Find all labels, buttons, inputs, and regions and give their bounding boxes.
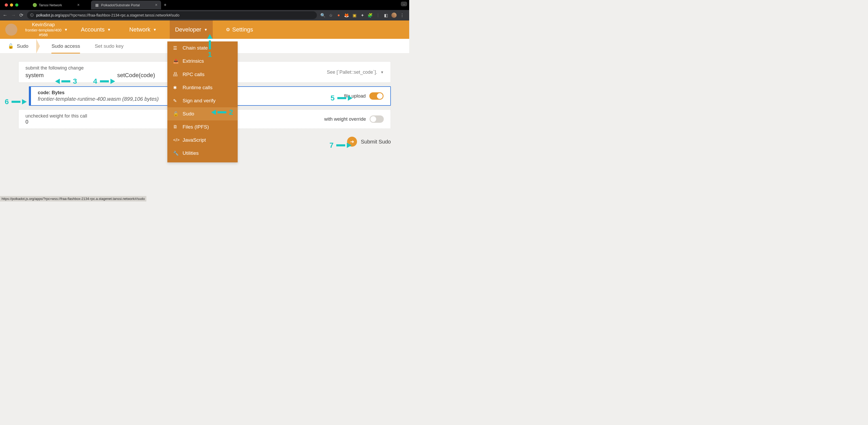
method-docs[interactable]: See [`Pallet::set_code`]. ▼ bbox=[327, 69, 384, 75]
nav-accounts[interactable]: Accounts ▼ bbox=[75, 21, 116, 39]
back-button[interactable]: ← bbox=[3, 12, 7, 18]
dd-sudo[interactable]: 🔓Sudo bbox=[167, 107, 238, 120]
kebab-menu-icon[interactable]: ⋮ bbox=[400, 13, 404, 18]
extension-3-icon[interactable]: ▣ bbox=[352, 13, 357, 18]
bookmark-icon[interactable]: ☆ bbox=[329, 13, 333, 18]
nav-label: Settings bbox=[232, 26, 253, 33]
nav-network[interactable]: Network ▼ bbox=[124, 21, 162, 39]
nav-label: Network bbox=[129, 26, 151, 33]
docs-text: See [`Pallet::set_code`]. bbox=[327, 69, 377, 75]
pallet-select[interactable]: system bbox=[26, 72, 44, 79]
status-url: https://polkadot.js.org/apps/?rpc=wss://… bbox=[2, 197, 145, 201]
url-text: polkadot.js.org/apps/?rpc=wss://fraa-fla… bbox=[36, 13, 179, 17]
new-tab-button[interactable]: + bbox=[161, 2, 169, 8]
window-minimize-button[interactable] bbox=[10, 3, 13, 6]
chain-logo[interactable] bbox=[5, 24, 17, 36]
breadcrumb: 🔓 Sudo bbox=[0, 43, 36, 49]
toggle-knob bbox=[377, 93, 383, 99]
unlock-icon: 🔓 bbox=[173, 111, 178, 117]
tab-title: Tanssi Network bbox=[39, 3, 62, 7]
tab-label: Sudo access bbox=[52, 43, 80, 49]
nav-settings[interactable]: ⚙ Settings bbox=[221, 26, 258, 33]
dd-label: Sudo bbox=[183, 111, 194, 117]
forward-button[interactable]: → bbox=[11, 12, 16, 18]
chevron-down-icon: ▼ bbox=[107, 28, 111, 32]
file-upload-group: file upload bbox=[344, 92, 383, 100]
dd-label: JavaScript bbox=[183, 137, 206, 143]
chain-selector[interactable]: KevinSnap frontier-template/400 #588 ▼ bbox=[25, 22, 68, 37]
breadcrumb-separator bbox=[36, 39, 44, 54]
weight-override-group: with weight override bbox=[324, 115, 384, 123]
browser-tab-tanssi[interactable]: 🟢 Tanssi Network × bbox=[29, 1, 83, 9]
dd-label: Runtime calls bbox=[183, 85, 213, 91]
inbox-icon: 📤 bbox=[173, 59, 178, 64]
dd-label: Extrinsics bbox=[183, 58, 204, 64]
window-close-button[interactable] bbox=[5, 3, 8, 6]
traffic-lights bbox=[2, 3, 21, 6]
extensions-menu-icon[interactable]: 🧩 bbox=[368, 13, 372, 18]
chain-spec: frontier-template/400 bbox=[25, 28, 61, 33]
dd-utilities[interactable]: 🔧Utilities bbox=[167, 147, 238, 160]
network-icon: 品 bbox=[173, 71, 178, 78]
browser-tab-polkadot[interactable]: ▦ Polkadot/Substrate Portal × bbox=[91, 1, 161, 9]
tab-set-sudo-key[interactable]: Set sudo key bbox=[87, 39, 131, 54]
weight-override-toggle[interactable] bbox=[370, 115, 384, 123]
app-header: KevinSnap frontier-template/400 #588 ▼ A… bbox=[0, 21, 409, 39]
gear-icon: ⚙ bbox=[226, 27, 230, 33]
file-upload-label: file upload bbox=[344, 93, 366, 99]
dd-label: RPC calls bbox=[183, 72, 204, 78]
tab-close-icon[interactable]: × bbox=[155, 3, 157, 7]
dd-extrinsics[interactable]: 📤Extrinsics bbox=[167, 55, 238, 68]
dd-files[interactable]: 🗎Files (IPFS) bbox=[167, 120, 238, 133]
wrench-icon: 🔧 bbox=[173, 151, 178, 156]
file-icon: 🗎 bbox=[173, 124, 178, 130]
dd-sign-verify[interactable]: ✎Sign and verify bbox=[167, 94, 238, 107]
file-upload-toggle[interactable] bbox=[369, 92, 383, 100]
reload-button[interactable]: ⟳ bbox=[20, 12, 23, 18]
browser-toolbar: ← → ⟳ ⓘ polkadot.js.org/apps/?rpc=wss://… bbox=[0, 10, 409, 21]
chevron-down-icon: ▼ bbox=[153, 28, 157, 32]
toggle-knob bbox=[370, 116, 376, 122]
extension-metamask-icon[interactable]: 🦊 bbox=[344, 13, 349, 18]
profile-avatar[interactable] bbox=[391, 12, 397, 18]
chain-name: KevinSnap bbox=[25, 22, 61, 28]
tab-label: Set sudo key bbox=[95, 43, 124, 49]
submit-sudo-button[interactable]: ➜ Submit Sudo bbox=[347, 137, 391, 147]
dd-rpc-calls[interactable]: 品RPC calls bbox=[167, 68, 238, 81]
nav-developer[interactable]: Developer ▼ bbox=[170, 21, 213, 39]
zoom-icon[interactable]: 🔍 bbox=[320, 13, 325, 18]
sign-icon: ✎ bbox=[173, 98, 178, 103]
tab-sudo-access[interactable]: Sudo access bbox=[44, 39, 87, 54]
chevron-down-icon: ▼ bbox=[64, 28, 68, 32]
breadcrumb-root: Sudo bbox=[17, 43, 28, 49]
divider: | bbox=[376, 13, 380, 18]
database-icon: ☰ bbox=[173, 45, 178, 51]
status-bar: https://polkadot.js.org/apps/?rpc=wss://… bbox=[0, 196, 146, 202]
unlock-icon: 🔓 bbox=[8, 43, 13, 49]
dd-chain-state[interactable]: ☰Chain state bbox=[167, 41, 238, 55]
tab-bar: 🟢 Tanssi Network × ▦ Polkadot/Substrate … bbox=[0, 0, 409, 10]
favicon-tanssi: 🟢 bbox=[33, 3, 37, 7]
developer-dropdown: ☰Chain state 📤Extrinsics 品RPC calls ✱Run… bbox=[167, 41, 238, 162]
window-maximize-button[interactable] bbox=[15, 3, 18, 6]
block-number: #588 bbox=[25, 33, 61, 37]
tab-title: Polkadot/Substrate Portal bbox=[101, 3, 140, 7]
dd-label: Sign and verify bbox=[183, 98, 216, 103]
dd-runtime-calls[interactable]: ✱Runtime calls bbox=[167, 81, 238, 94]
tab-close-icon[interactable]: × bbox=[77, 3, 80, 7]
window-dropdown[interactable]: ⌄ bbox=[401, 2, 407, 6]
extension-polkadot-icon[interactable]: ● bbox=[336, 13, 341, 18]
site-info-icon[interactable]: ⓘ bbox=[30, 13, 34, 18]
toolbar-icons: 🔍 ☆ ● 🦊 ▣ ✦ 🧩 | ◧ ⋮ bbox=[320, 12, 407, 18]
sidepanel-icon[interactable]: ◧ bbox=[383, 13, 388, 18]
dd-javascript[interactable]: </>JavaScript bbox=[167, 133, 238, 147]
weight-override-label: with weight override bbox=[324, 117, 366, 122]
chevron-down-icon: ▼ bbox=[204, 28, 208, 32]
method-select[interactable]: setCode(code) bbox=[117, 72, 155, 79]
nav-label: Accounts bbox=[81, 26, 105, 33]
address-bar[interactable]: ⓘ polkadot.js.org/apps/?rpc=wss://fraa-f… bbox=[27, 11, 317, 19]
extension-4-icon[interactable]: ✦ bbox=[360, 13, 365, 18]
code-icon: </> bbox=[173, 138, 178, 143]
dd-label: Chain state bbox=[183, 45, 208, 51]
dd-label: Utilities bbox=[183, 150, 198, 156]
